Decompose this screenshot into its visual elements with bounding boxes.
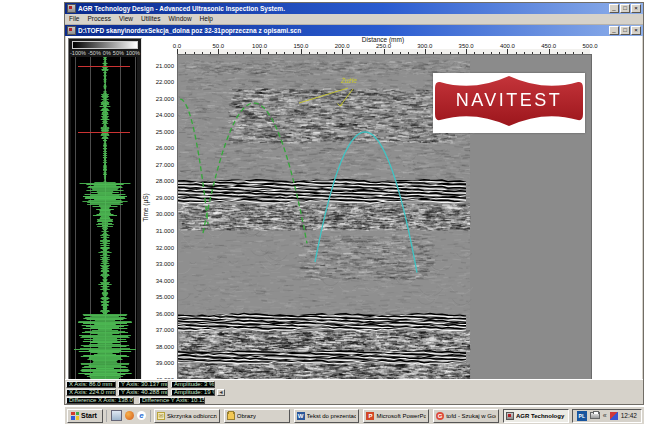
scan-view[interactable]: Żużle NAVITEST (177, 54, 592, 379)
doc-close-icon[interactable]: × (631, 26, 641, 35)
browser-icon[interactable] (125, 411, 134, 420)
quick-launch: e (106, 410, 151, 422)
document-titlebar[interactable]: D:\TOFD skany\nordexSekcja_dolna poz 32-… (65, 25, 643, 36)
amplitude-scale-label: 100% (126, 50, 140, 56)
taskbar-task[interactable]: WTekst do prezentacji.doc... (294, 409, 360, 423)
y-axis-tick-label: 29.000 (146, 195, 174, 202)
measurement-bar: X Axis: 86.0 mm Y Axis: 30.137 mm Amplit… (65, 379, 643, 404)
agr-app-icon (506, 412, 514, 420)
cursor2-y-readout: Y Axis: 40.288 mm (118, 389, 168, 396)
google-icon: G (436, 412, 444, 420)
start-button[interactable]: Start (67, 409, 103, 423)
task-label: Microsoft PowerPoint - [... (376, 413, 426, 419)
desktop: AGR Technology Design - Advanced Ultraso… (0, 0, 650, 430)
system-tray: PL « 12:42 (572, 409, 642, 423)
windows-flag-icon (71, 412, 79, 420)
y-axis-tick-label: 33.000 (146, 261, 174, 268)
document-title: D:\TOFD skany\nordexSekcja_dolna poz 32-… (78, 26, 607, 36)
client-area: -100%-50%0%50%100% Distance (mm) 0.050.0… (66, 36, 642, 379)
y-axis-tick-label: 24.000 (146, 112, 174, 119)
taskbar-task[interactable]: AGR Technology Desi... (503, 409, 569, 423)
defect-annotation: Żużle (341, 77, 357, 84)
y-axis-tick-label: 30.000 (146, 211, 174, 218)
amplitude-scale-label: -50% (88, 50, 101, 56)
taskbar-task[interactable]: Obrazy (224, 409, 290, 423)
cursor1-amplitude-readout: Amplitude: 3 % (171, 381, 215, 388)
app-titlebar[interactable]: AGR Technology Design - Advanced Ultraso… (65, 3, 643, 14)
taskbar: Start e ✉Skrzynka odbiorcza - Out...Obra… (64, 406, 644, 424)
doc-restore-icon[interactable]: □ (620, 26, 630, 35)
y-axis-tick-label: 23.000 (146, 96, 174, 103)
task-label: Obrazy (237, 413, 256, 419)
y-axis-tick-label: 26.000 (146, 145, 174, 152)
y-axis-tick-label: 39.000 (146, 360, 174, 367)
difference-y-readout: Difference Y Axis: 10.151 mm (139, 397, 205, 404)
x-axis-title: Distance (mm) (323, 36, 443, 43)
menu-item-file[interactable]: File (69, 15, 79, 24)
taskbar-task[interactable]: PMicrosoft PowerPoint - [... (363, 409, 429, 423)
menu-item-help[interactable]: Help (200, 15, 213, 24)
taskbar-task[interactable]: ✉Skrzynka odbiorcza - Out... (154, 409, 220, 423)
cursor1-x-readout: X Axis: 86.0 mm (66, 381, 116, 388)
cursor2-amplitude-readout: Amplitude: 19 % (171, 389, 215, 396)
y-axis-tick-label: 22.000 (146, 79, 174, 86)
menu-item-view[interactable]: View (119, 15, 133, 24)
amplitude-scale-label: -100% (70, 50, 86, 56)
printer-icon[interactable] (590, 412, 600, 419)
taskbar-tasks: ✉Skrzynka odbiorcza - Out...ObrazyWTekst… (154, 409, 569, 423)
ascan-panel: -100%-50%0%50%100% (68, 38, 142, 379)
amplitude-scale-label: 0% (103, 50, 111, 56)
y-axis-tick-label: 36.000 (146, 311, 174, 318)
amplitude-gradient-bar (72, 41, 138, 49)
cursor2-x-readout: X Axis: 224.0 mm (66, 389, 116, 396)
difference-x-readout: Difference X Axis: 138.0 mm (66, 397, 134, 404)
close-icon[interactable]: × (631, 4, 641, 13)
cursor1-y-readout: Y Axis: 30.137 mm (118, 381, 168, 388)
y-axis-tick-label: 27.000 (146, 162, 174, 169)
y-axis-title: Time (µS) (142, 187, 149, 229)
y-axis-tick-label: 37.000 (146, 327, 174, 334)
y-axis-tick-label: 38.000 (146, 344, 174, 351)
word-icon: W (297, 412, 305, 420)
y-axis-tick-label: 31.000 (146, 228, 174, 235)
app-icon (67, 4, 76, 13)
document-icon (67, 26, 76, 35)
readout-nav-button[interactable]: ◄ (217, 389, 225, 396)
y-axis-tick-label: 35.000 (146, 294, 174, 301)
y-axis-tick-label: 32.000 (146, 245, 174, 252)
powerpoint-icon: P (366, 412, 374, 420)
tray-app-icon[interactable] (610, 412, 618, 420)
navitest-logo: NAVITEST (433, 73, 585, 133)
restore-icon[interactable]: □ (620, 4, 630, 13)
clock[interactable]: 12:42 (621, 412, 637, 419)
amplitude-scale: -100%-50%0%50%100% (69, 50, 141, 56)
language-indicator[interactable]: PL (577, 411, 587, 421)
task-label: tofd - Szukaj w Google - ... (446, 413, 496, 419)
taskbar-task[interactable]: Gtofd - Szukaj w Google - ... (433, 409, 499, 423)
tray-expand-icon[interactable]: « (603, 412, 607, 419)
start-label: Start (81, 412, 97, 419)
y-axis-tick-label: 21.000 (146, 63, 174, 70)
menu-item-utilites[interactable]: Utilites (141, 15, 161, 24)
folder-icon (227, 412, 235, 420)
menubar: FileProcessViewUtilitesWindowHelp (65, 14, 643, 25)
outlook-icon: ✉ (157, 412, 165, 420)
y-axis-tick-label: 34.000 (146, 278, 174, 285)
show-desktop-icon[interactable] (111, 410, 122, 421)
menu-item-window[interactable]: Window (168, 15, 191, 24)
task-label: Tekst do prezentacji.doc... (307, 413, 357, 419)
y-axis-tick-label: 25.000 (146, 129, 174, 136)
task-label: Skrzynka odbiorcza - Out... (167, 413, 217, 419)
minimize-icon[interactable]: _ (609, 4, 619, 13)
amplitude-scale-label: 50% (113, 50, 124, 56)
task-label: AGR Technology Desi... (516, 413, 566, 419)
ie-icon[interactable]: e (137, 411, 146, 420)
menu-item-process[interactable]: Process (87, 15, 110, 24)
navitest-logo-text: NAVITEST (433, 90, 585, 111)
app-title: AGR Technology Design - Advanced Ultraso… (78, 4, 607, 14)
ascan-waveform[interactable] (71, 57, 137, 379)
y-axis-tick-label: 28.000 (146, 178, 174, 185)
doc-minimize-icon[interactable]: _ (609, 26, 619, 35)
app-window: AGR Technology Design - Advanced Ultraso… (64, 2, 644, 405)
